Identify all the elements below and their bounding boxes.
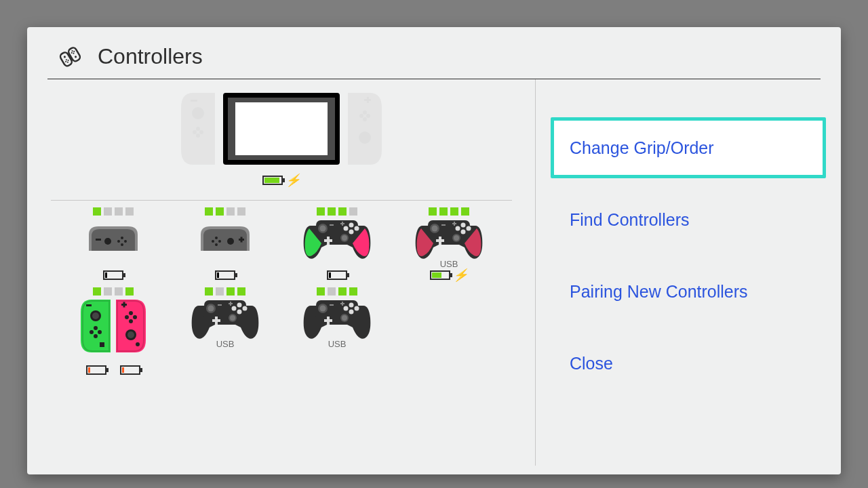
svg-point-74 (94, 334, 98, 338)
led-icon (338, 287, 347, 296)
led-icon (205, 287, 213, 296)
led-icon (104, 207, 112, 216)
player-leds (93, 207, 134, 216)
svg-point-71 (90, 330, 94, 334)
led-icon (115, 207, 123, 216)
menu-item-find-controllers[interactable]: Find Controllers (551, 189, 826, 250)
svg-point-38 (218, 240, 221, 243)
svg-point-72 (98, 330, 102, 334)
svg-point-8 (71, 52, 73, 54)
svg-point-106 (344, 306, 349, 311)
led-icon (93, 287, 101, 296)
svg-point-31 (124, 240, 127, 243)
svg-rect-76 (100, 342, 104, 347)
battery-icon (430, 270, 450, 280)
charging-bolt-icon: ⚡ (285, 173, 300, 188)
player-leds (205, 207, 245, 216)
battery-icon (103, 270, 123, 280)
player-leds (317, 287, 357, 296)
led-icon (349, 287, 357, 296)
usb-label: USB (216, 339, 235, 348)
svg-point-92 (232, 306, 237, 311)
svg-rect-96 (212, 319, 220, 322)
led-icon (205, 207, 213, 216)
console-screen-icon (223, 93, 340, 167)
player-leds (93, 287, 134, 296)
led-icon (104, 287, 112, 296)
menu-item-change-grip-order[interactable]: Change Grip/Order (551, 117, 826, 178)
svg-rect-68 (454, 222, 455, 226)
svg-point-9 (73, 51, 75, 53)
led-icon (328, 207, 336, 216)
svg-point-5 (67, 60, 69, 62)
led-icon (429, 207, 437, 216)
svg-rect-1 (67, 47, 81, 62)
svg-point-33 (121, 243, 123, 246)
controller-slot: USB (281, 287, 393, 377)
player-leds (317, 207, 357, 216)
svg-point-6 (66, 59, 68, 61)
svg-point-2 (63, 56, 66, 58)
svg-rect-66 (441, 224, 446, 226)
battery-row (86, 363, 140, 377)
svg-point-37 (212, 240, 214, 243)
menu: Change Grip/OrderFind ControllersPairing… (536, 79, 841, 466)
svg-point-3 (75, 56, 77, 58)
svg-rect-84 (123, 302, 125, 308)
led-icon (216, 207, 224, 216)
svg-point-36 (227, 238, 234, 245)
led-icon (115, 287, 123, 296)
svg-rect-113 (342, 302, 343, 306)
controller-icon (201, 220, 250, 258)
controller-slot (170, 207, 281, 282)
svg-rect-111 (330, 304, 334, 306)
svg-point-27 (363, 117, 367, 121)
svg-point-24 (359, 114, 363, 118)
player-leds (205, 287, 245, 296)
svg-point-81 (129, 311, 133, 315)
menu-item-close[interactable]: Close (551, 333, 826, 394)
menu-item-pairing-new-controllers[interactable]: Pairing New Controllers (551, 261, 826, 322)
svg-point-59 (467, 226, 471, 231)
svg-point-21 (359, 131, 371, 144)
svg-rect-99 (230, 302, 231, 306)
controller-icon (302, 300, 372, 338)
svg-point-70 (92, 312, 99, 319)
svg-point-15 (199, 130, 203, 134)
svg-point-94 (230, 315, 235, 321)
controller-slot (58, 287, 170, 377)
svg-rect-51 (324, 239, 332, 242)
svg-point-11 (73, 52, 75, 54)
battery-icon (262, 176, 283, 185)
svg-point-7 (67, 61, 69, 63)
svg-rect-75 (86, 304, 92, 306)
svg-point-12 (192, 107, 204, 119)
svg-point-44 (349, 223, 354, 228)
svg-rect-110 (324, 319, 332, 322)
controller-icon (81, 300, 146, 352)
controller-slot: USB ⚡ (393, 207, 505, 282)
led-icon (237, 207, 245, 216)
svg-point-39 (215, 237, 218, 239)
svg-point-63 (454, 235, 459, 241)
led-icon (226, 287, 235, 296)
led-icon (450, 207, 458, 216)
svg-point-90 (243, 306, 248, 311)
svg-point-46 (349, 230, 354, 235)
controllers-panel: Controllers ⚡ (27, 27, 841, 474)
led-icon (237, 287, 245, 296)
battery-icon (215, 270, 235, 280)
led-icon (328, 287, 336, 296)
svg-rect-97 (218, 304, 222, 306)
svg-point-10 (71, 50, 73, 52)
svg-point-80 (125, 315, 129, 319)
controller-icon (89, 220, 138, 258)
svg-rect-52 (330, 224, 334, 226)
led-icon (349, 207, 357, 216)
svg-rect-20 (235, 102, 328, 155)
led-icon (461, 207, 469, 216)
player-leds (429, 207, 469, 216)
svg-point-108 (342, 315, 347, 321)
controller-icon (414, 220, 484, 258)
svg-point-49 (342, 235, 347, 241)
